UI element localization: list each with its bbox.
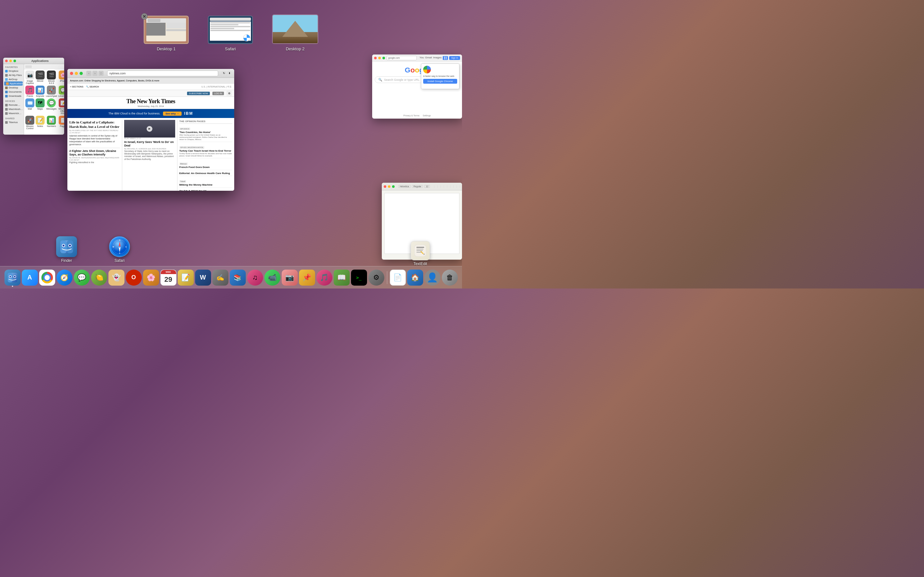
privacy-link[interactable]: Privacy & Terms	[403, 114, 419, 117]
images-tab[interactable]: Images	[433, 56, 441, 60]
sidebar-item-remote[interactable]: Remote…	[3, 103, 24, 107]
space-desktop2[interactable]: Desktop 2	[272, 15, 318, 51]
opinion-title-french-food[interactable]: French Food Goes Down	[179, 166, 232, 169]
dock-item-writer[interactable]: ✍	[212, 269, 228, 285]
app-mission-control[interactable]: 🚀 Mission Control	[25, 116, 34, 129]
opinion-title-2[interactable]: Turkey Can Teach Israel How to End Terro…	[179, 149, 232, 153]
textedit-minimize-button[interactable]	[388, 185, 391, 188]
dock-item-messages[interactable]: 💬	[74, 269, 90, 285]
safari-floating-icon[interactable]: N S W E Safari	[109, 236, 130, 263]
dock-item-finder[interactable]	[5, 269, 21, 285]
google-apps-button[interactable]	[443, 56, 448, 60]
textedit-close-button[interactable]	[384, 185, 386, 188]
subscribe-button[interactable]: SUBSCRIBE NOW	[187, 92, 210, 95]
chrome-close-button[interactable]	[374, 57, 376, 59]
safari-share-button[interactable]: □	[99, 71, 103, 76]
dock-item-user[interactable]: 👤	[425, 269, 441, 285]
dock-item-safari[interactable]: 🧭	[57, 269, 73, 285]
sidebar-item-tiberius[interactable]: Tiberius	[3, 120, 24, 124]
finder-maximize-button[interactable]	[13, 60, 16, 62]
app-itunes[interactable]: 🎵 iTunes	[25, 85, 34, 97]
finder-close-button[interactable]	[5, 60, 8, 62]
app-launchpad[interactable]: 🚀 Launchpad	[46, 85, 57, 97]
dock-item-prefs[interactable]: ⚙	[368, 269, 384, 285]
play-button[interactable]: ▶	[147, 126, 152, 132]
textedit-maximize-button[interactable]	[392, 185, 395, 188]
sections-btn[interactable]: ≡ SECTIONS	[70, 85, 83, 88]
finder-view-icons[interactable]	[25, 65, 32, 68]
sidebar-item-airdrop[interactable]: AirDrop	[3, 77, 24, 81]
dock-item-stacks[interactable]: 📚	[230, 269, 246, 285]
textedit-font-name[interactable]: Helvetica	[398, 185, 411, 188]
textedit-floating-icon[interactable]: TextEdit	[411, 241, 430, 266]
dock-item-itunes-dock[interactable]: 🎵	[317, 269, 333, 285]
close-desktop1-button[interactable]	[141, 13, 148, 19]
dock-item-iphoto[interactable]: 🌸	[143, 269, 159, 285]
sidebar-item-macintosh[interactable]: Macintosh…	[3, 107, 24, 111]
textedit-font-size[interactable]: 12	[424, 185, 430, 188]
app-msoffice[interactable]: 📝 Microsoft Office 2011	[58, 98, 64, 114]
dock-item-notes[interactable]: 📝	[178, 269, 194, 285]
sidebar-item-documents[interactable]: Documents	[3, 90, 24, 94]
settings-button[interactable]: ⚙	[226, 91, 232, 96]
dock-item-chrome[interactable]	[39, 269, 55, 285]
opinion-title-5[interactable]: Milking the Money Machine	[179, 183, 232, 187]
dock-item-terminal[interactable]: >_	[351, 269, 367, 285]
google-signin-button[interactable]: Sign In	[449, 56, 460, 60]
dock-item-home[interactable]: 🏠	[407, 269, 423, 285]
dock-item-ibooks[interactable]: 📖	[334, 269, 350, 285]
ibm-ad-btn[interactable]: See why →	[163, 111, 182, 116]
dock-item-trash[interactable]: 🗑	[442, 269, 458, 285]
dock-item-limechat[interactable]: 🍋	[91, 269, 107, 285]
settings-link[interactable]: Settings	[423, 114, 431, 117]
install-chrome-button[interactable]: Install Google Chrome	[423, 79, 457, 84]
finder-floating-icon[interactable]: Finder	[56, 236, 77, 263]
dock-item-stickies[interactable]: 📌	[299, 269, 315, 285]
dock-item-word[interactable]: W	[195, 269, 211, 285]
sidebar-item-applications[interactable]: Applications	[4, 81, 23, 85]
app-imovie[interactable]: 🎬 iMovie	[36, 71, 45, 84]
dock-item-appstore[interactable]: A	[22, 269, 38, 285]
nyt-minimize-button[interactable]	[75, 72, 78, 75]
login-button[interactable]: LOG IN	[212, 92, 224, 95]
app-iphoto[interactable]: 🌸 iPhoto	[58, 71, 64, 84]
sidebar-item-maverick[interactable]: Maverick…	[3, 111, 24, 115]
safari-forward-button[interactable]: ›	[92, 71, 97, 76]
you-tab[interactable]: You	[420, 56, 424, 60]
safari-reload-button[interactable]: ↻	[222, 71, 226, 76]
app-messages[interactable]: 💬 Messages	[46, 98, 57, 114]
chrome-minimize-button[interactable]	[378, 57, 381, 59]
nyt-ibm-ad[interactable]: The IBM Cloud is the cloud for business.…	[67, 109, 234, 118]
finder-minimize-button[interactable]	[9, 60, 12, 62]
safari-back-button[interactable]: ‹	[86, 71, 91, 76]
app-pages[interactable]: 📄 Pages	[58, 116, 64, 129]
sidebar-item-desktop[interactable]: Desktop	[3, 85, 24, 90]
app-image-capture[interactable]: 📷 Image Capture	[25, 71, 34, 84]
dock-item-music[interactable]: ♫	[247, 269, 263, 285]
sidebar-item-all-files[interactable]: All My Files	[3, 73, 24, 77]
app-maps[interactable]: 🗺 Maps	[36, 98, 45, 114]
finder-search-bar[interactable]	[32, 65, 63, 68]
app-limechat[interactable]: 💬 LimeChat	[58, 85, 64, 97]
dock-item-newdoc[interactable]: 📄	[390, 269, 406, 285]
dock-item-facetime[interactable]: 📹	[264, 269, 280, 285]
space-desktop1[interactable]: Desktop 1	[144, 16, 189, 51]
sidebar-item-dropbox[interactable]: Dropbox	[3, 69, 24, 73]
nyt-url-bar[interactable]: nytimes.com	[107, 71, 218, 76]
app-imovie-909[interactable]: 🎬 iMovie 9.0.9	[46, 71, 57, 84]
fighter-jets-title[interactable]: 2 Fighter Jets Shot Down, Ukraine Says, …	[69, 149, 120, 156]
textedit-font-style[interactable]: Regular	[412, 185, 423, 188]
dock-item-oracle[interactable]: O	[126, 269, 142, 285]
chrome-url-bar[interactable]: google.com	[387, 56, 417, 60]
main-article-title[interactable]: Life in Capital of a Caliphate: Harsh Ru…	[69, 120, 120, 129]
dock-item-horror[interactable]: 👻	[108, 269, 124, 285]
space-safari[interactable]: Safari	[208, 16, 253, 51]
opinion-title-6[interactable]: Op-Ed: A 401(k) for All	[179, 189, 232, 191]
dock-item-calendar[interactable]: WED 29	[160, 269, 176, 285]
opinion-title-1[interactable]: 'Two Countries, No Home'	[179, 131, 232, 134]
app-keynote[interactable]: 📊 Keynote	[36, 85, 45, 97]
app-mail[interactable]: ✉️ Mail	[25, 98, 34, 114]
opinion-title-editorial[interactable]: Editorial: An Ominous Health Care Ruling	[179, 172, 232, 175]
sidebar-item-downloads[interactable]: Downloads	[3, 94, 24, 98]
app-numbers[interactable]: 📊 Numbers	[46, 116, 57, 129]
